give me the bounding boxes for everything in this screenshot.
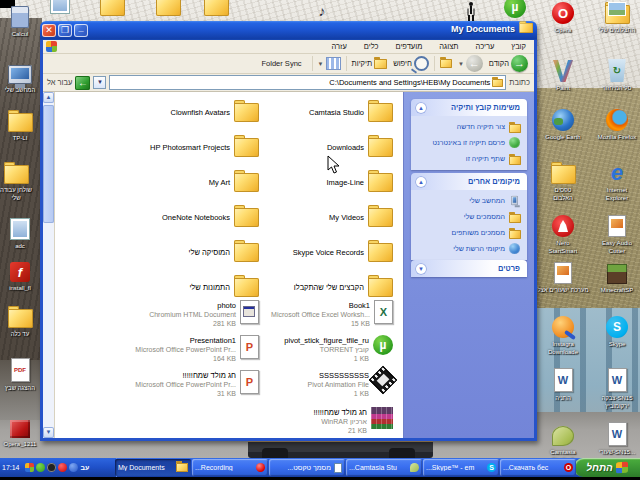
maximize-button[interactable]: ❐ [58, 24, 72, 37]
file-item-onenote-notebooks[interactable]: OneNote Notebooks [162, 205, 259, 229]
window-folder-icon [519, 23, 533, 33]
address-dropdown[interactable]: ▼ [93, 76, 106, 89]
file-item-merry-christmas-rar[interactable]: חג מולד שמח!!!!! ארכיון WinRAR 21 KB [314, 407, 394, 435]
taskbar-button-opera[interactable]: ...Скачать бес O [500, 459, 576, 476]
desktop-icon-downloader[interactable]: Instagra Downloade [537, 312, 589, 356]
place-my-documents[interactable]: המסמכים שלי [414, 210, 521, 223]
collapse-icon[interactable]: ▲ [415, 176, 427, 188]
folders-button[interactable]: תיקיות [349, 55, 391, 72]
menu-favorites[interactable]: מועדפים [393, 41, 424, 52]
file-item-my-videos[interactable]: My Videos [329, 205, 393, 229]
folder-sync-button[interactable]: Folder Sync [254, 55, 310, 72]
tray-app-icon[interactable] [47, 463, 56, 472]
file-item-my-pictures[interactable]: התמונות שלי [189, 275, 259, 299]
file-item-presentation1[interactable]: P Presentation1 Microsoft Office PowerPo… [135, 335, 259, 363]
desktop-icon-label: התניה [537, 394, 589, 402]
desktop-icon-word-copy[interactable]: W צבקה-SN15 ירקומוביץ [591, 366, 640, 410]
desktop-icon-easy-audio[interactable]: Easy Audio Cutter [599, 211, 635, 255]
desktop-icon-firefox[interactable]: Mozilla Firefox [591, 105, 640, 141]
details-header[interactable]: פרטים ▼ [411, 260, 527, 277]
desktop-icon-paint[interactable]: Paint [537, 56, 589, 92]
go-label[interactable]: עבור אל [47, 78, 72, 87]
menu-help[interactable]: עזרה [329, 41, 348, 52]
desktop-icon-opera[interactable]: O Opera [537, 0, 589, 34]
desktop-icon-minecraft[interactable]: MinecraftSP [591, 258, 640, 294]
expand-icon[interactable]: ▼ [415, 263, 427, 275]
search-button[interactable]: חיפוש [390, 55, 432, 72]
desktop-icon-folder-top3[interactable] [190, 0, 242, 16]
minimize-button[interactable]: _ [74, 24, 88, 37]
scrollbar[interactable]: ▲ ▼ [43, 92, 55, 438]
desktop-icon-lessons-doc[interactable]: מערכת ישעורים אצל [537, 258, 589, 294]
file-item-received-files[interactable]: הקבצים שלי שהתקבלו [294, 275, 393, 299]
tray-recording-icon[interactable] [58, 463, 67, 472]
place-network[interactable]: מיקומי הרשת שלי [414, 242, 521, 255]
file-item-pivot-torrent[interactable]: µ pivot_stick_figure_tfile_ru קובץ TORRE… [284, 335, 393, 363]
desktop-icon-album-folder[interactable]: טפסים האלבום [545, 158, 581, 202]
file-item-my-art[interactable]: My Art [209, 170, 259, 194]
tray-language-icon[interactable] [69, 463, 78, 472]
desktop-icon-google-earth[interactable]: Google Earth [537, 105, 589, 141]
folder-icon [4, 165, 29, 184]
file-tasks-header[interactable]: משימות קובץ ותיקיה ▲ [411, 99, 527, 116]
tray-windows-icon[interactable] [25, 463, 34, 472]
file-item-photo[interactable]: photo Chromium HTML Document 281 KB [149, 300, 259, 328]
desktop-icon-skype[interactable]: S Skype [591, 312, 640, 348]
desktop-icon-desktop-folder[interactable]: שולחן עבודה שלי [0, 158, 34, 202]
tray-utorrent-icon[interactable] [36, 463, 45, 472]
file-item-clownfish-avatars[interactable]: Clownfish Avatars [171, 100, 259, 124]
desktop-icon-recycle-bin[interactable]: ↻ סל המיחזור [591, 56, 640, 92]
file-type: Chromium HTML Document [149, 310, 236, 319]
other-places-title: מיקומים אחרים [468, 177, 520, 186]
menu-file[interactable]: קובץ [509, 41, 528, 52]
forward-dropdown-icon[interactable]: ▼ [458, 61, 464, 67]
menu-tools[interactable]: כלים [362, 41, 381, 52]
file-item-my-music[interactable]: המוסיקה שלי [189, 240, 259, 264]
file-item-ssssssssss[interactable]: SSSSSSSSSS Pivot Animation File 1 KB [308, 370, 393, 398]
back-button[interactable]: → הקודם [486, 55, 531, 72]
menu-view[interactable]: תצוגה [437, 41, 460, 52]
folder-icon [368, 138, 393, 157]
file-item-camtasia-studio[interactable]: Camtasia Studio [309, 100, 393, 124]
desktop-icon-folder-top1[interactable] [86, 0, 138, 16]
taskbar-button-recording[interactable]: ...Recording [192, 459, 268, 476]
views-button[interactable]: ▼ [315, 55, 344, 72]
task-new-folder[interactable]: צור תיקיה חדשה [414, 120, 521, 133]
file-item-merry-christmas-ppt[interactable]: P חג מולד שמח!!!!! Microsoft Office Powe… [135, 370, 259, 398]
scroll-down-button[interactable]: ▼ [43, 427, 54, 438]
file-item-book1[interactable]: X Book1 Microsoft Office Excel Worksh...… [271, 300, 393, 328]
desktop-icon-music[interactable]: ♪ [296, 0, 348, 18]
scroll-thumb[interactable] [43, 105, 54, 223]
forward-button[interactable]: ← ▼ [455, 55, 486, 72]
desktop-icon-word-lessons[interactable]: W שעורי-SN15... [591, 420, 640, 456]
powerpoint-icon: P [240, 335, 259, 359]
desktop-icon-folder-top2[interactable] [142, 0, 194, 16]
desktop-icon-utorrent[interactable]: µ [489, 0, 541, 18]
place-shared-documents[interactable]: מסמכים משותפים [414, 226, 521, 239]
address-input[interactable]: C:\Documents and Settings\HEB\My Documen… [109, 75, 506, 90]
go-button[interactable]: ← [75, 76, 90, 90]
up-button[interactable] [437, 55, 455, 72]
desktop-icon-internet-explorer[interactable]: e Internet Explorer [599, 158, 635, 202]
other-places-header[interactable]: מיקומים אחרים ▲ [411, 173, 527, 190]
desktop-icon-word-hatnia[interactable]: W התניה [537, 366, 589, 402]
views-dropdown-icon[interactable]: ▼ [318, 61, 324, 67]
task-share-folder[interactable]: שתף תיקיה זו [414, 152, 521, 165]
scroll-up-button[interactable]: ▲ [43, 92, 54, 103]
desktop-icon-my-pictures[interactable]: התצלומים שלי [591, 0, 640, 34]
place-my-computer[interactable]: המחשב שלי [414, 194, 521, 207]
file-item-skype-voice-records[interactable]: Skype Voice Records [293, 240, 393, 264]
file-item-hp-photosmart[interactable]: HP Photosmart Projects [150, 135, 259, 159]
collapse-icon[interactable]: ▲ [415, 102, 427, 114]
tray-language-label[interactable]: עב [81, 464, 90, 471]
desktop-icon-nero[interactable]: Nero StartSmart [545, 211, 581, 255]
taskbar-button-my-documents[interactable]: My Documents [115, 459, 191, 476]
menu-edit[interactable]: עריכה [473, 41, 496, 52]
close-button[interactable]: ✕ [42, 24, 56, 37]
taskbar-button-camtasia[interactable]: ...Camtasia Stu [346, 459, 422, 476]
start-button[interactable]: התחל [574, 458, 640, 477]
taskbar-button-skype[interactable]: ...Skype™ - em S [423, 459, 499, 476]
task-publish-folder[interactable]: פרסם תיקיה זו באינטרנט [414, 136, 521, 149]
window-titlebar[interactable]: My Documents ✕ ❐ _ [40, 21, 537, 40]
taskbar-button-text-doc[interactable]: מסמך טקסט... [269, 459, 345, 476]
